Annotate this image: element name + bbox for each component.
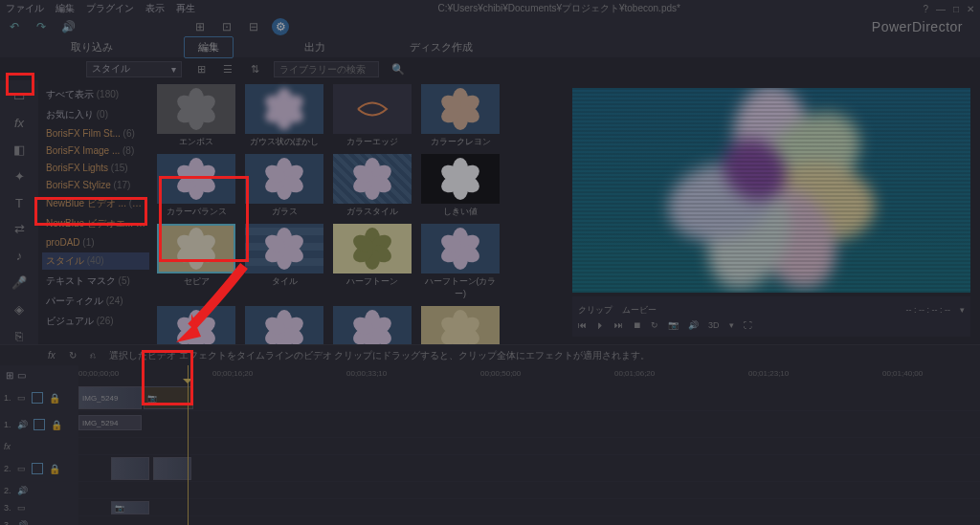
cat-particle[interactable]: パーティクル (24) bbox=[42, 293, 149, 310]
help-icon[interactable]: ? bbox=[923, 4, 928, 14]
undo-icon[interactable]: ↶ bbox=[6, 18, 23, 35]
effect-thumb[interactable]: ガウス状のぼかし bbox=[245, 84, 323, 148]
menu-file[interactable]: ファイル bbox=[6, 2, 44, 15]
timeline-clip[interactable]: IMG_5249 bbox=[78, 386, 142, 409]
track-header[interactable]: 2.🔊 bbox=[0, 482, 78, 499]
track-visible-toggle[interactable] bbox=[32, 463, 43, 474]
fx-icon[interactable]: fx bbox=[9, 115, 30, 132]
playhead[interactable] bbox=[188, 365, 189, 525]
track-header[interactable]: 1.🔊🔒 bbox=[0, 411, 78, 438]
effect-thumb[interactable] bbox=[421, 306, 500, 344]
effect-thumb[interactable] bbox=[333, 306, 412, 344]
effect-thumb[interactable]: しきい値 bbox=[421, 154, 500, 218]
tool-icon-2[interactable]: ⊡ bbox=[218, 18, 235, 35]
close-icon[interactable]: ✕ bbox=[967, 4, 974, 14]
lock-icon[interactable]: 🔒 bbox=[51, 420, 60, 430]
title-icon[interactable]: T bbox=[9, 194, 30, 211]
track-header[interactable]: 1.▭🔒 bbox=[0, 384, 78, 411]
effect-thumb[interactable] bbox=[245, 306, 323, 344]
timeline-clip[interactable]: IMG_5294 bbox=[78, 415, 142, 430]
volume-icon[interactable]: 🔊 bbox=[59, 18, 77, 35]
chapter-icon[interactable]: ◈ bbox=[9, 300, 30, 317]
list-view-icon[interactable]: ☰ bbox=[220, 61, 235, 77]
sound-icon[interactable]: 🔊 bbox=[688, 320, 699, 330]
timeline-clip[interactable] bbox=[111, 457, 149, 480]
effect-thumb[interactable]: ハーフトーン(カラー) bbox=[421, 224, 500, 300]
track-area[interactable]: 00;00;00;00 00;00;16;20 00;00;33;10 00;0… bbox=[78, 365, 980, 525]
menu-edit[interactable]: 編集 bbox=[56, 2, 75, 15]
timeline-view-icon[interactable]: ⊞ bbox=[6, 370, 13, 381]
maximize-icon[interactable]: □ bbox=[953, 4, 959, 14]
tab-edit[interactable]: 編集 bbox=[184, 36, 234, 58]
cat-boris-film[interactable]: BorisFX Film St... (6) bbox=[42, 126, 149, 141]
track-visible-toggle[interactable] bbox=[33, 419, 45, 430]
preview-screen[interactable] bbox=[572, 88, 970, 293]
effect-thumb[interactable]: ガラス bbox=[245, 154, 323, 218]
chevron-down-icon[interactable]: ▾ bbox=[729, 320, 734, 330]
timeline-clip[interactable]: 📷 bbox=[111, 501, 149, 514]
movie-label[interactable]: ムービー bbox=[622, 304, 657, 317]
cat-boris-lights[interactable]: BorisFX Lights (15) bbox=[42, 161, 149, 175]
timeline-clip[interactable]: 📷 bbox=[144, 386, 193, 409]
tab-output[interactable]: 出力 bbox=[291, 37, 339, 57]
category-combo[interactable]: スタイル▾ bbox=[86, 61, 182, 77]
effect-thumb-sepia[interactable]: セピア bbox=[157, 224, 235, 300]
effect-thumb[interactable]: エンボス bbox=[157, 84, 235, 148]
grid-view-icon[interactable]: ⊞ bbox=[193, 61, 209, 77]
effect-thumb[interactable]: ガラスタイル bbox=[333, 154, 412, 218]
audio-icon[interactable]: ♪ bbox=[9, 248, 30, 265]
cat-textmask[interactable]: テキスト マスク (5) bbox=[42, 273, 149, 290]
timeline-clip[interactable] bbox=[153, 457, 191, 480]
tool-icon[interactable]: ⊞ bbox=[191, 18, 209, 35]
media-icon[interactable]: ▭ bbox=[9, 88, 30, 105]
clip-label[interactable]: クリップ bbox=[578, 304, 612, 317]
3d-label[interactable]: 3D bbox=[708, 320, 720, 330]
cat-visual[interactable]: ビジュアル (26) bbox=[42, 313, 149, 330]
tab-import[interactable]: 取り込み bbox=[57, 37, 126, 57]
cat-boris-image[interactable]: BorisFX Image ... (8) bbox=[42, 143, 149, 158]
library-search-input[interactable] bbox=[274, 61, 379, 77]
track-visible-toggle[interactable] bbox=[32, 392, 43, 404]
effect-thumb[interactable]: カラーエッジ bbox=[333, 84, 412, 148]
timeline-view-icon[interactable]: ▭ bbox=[17, 370, 26, 381]
cat-style[interactable]: スタイル (40) bbox=[42, 252, 149, 270]
tool-icon-3[interactable]: ⊟ bbox=[245, 18, 262, 35]
effect-thumb[interactable]: カラーバランス bbox=[157, 154, 235, 218]
lock-icon[interactable]: 🔒 bbox=[49, 464, 58, 474]
cat-boris-stylize[interactable]: BorisFX Stylize (17) bbox=[42, 178, 149, 192]
settings-icon[interactable]: ⚙ bbox=[272, 18, 289, 35]
menu-plugin[interactable]: プラグイン bbox=[86, 2, 134, 15]
cat-prodad[interactable]: proDAD (1) bbox=[42, 235, 149, 250]
redo-icon[interactable]: ↷ bbox=[33, 18, 50, 35]
effect-thumb[interactable] bbox=[157, 306, 235, 344]
track-header[interactable]: 2.▭🔒 bbox=[0, 455, 78, 482]
cat-all[interactable]: すべて表示 (180) bbox=[42, 86, 149, 103]
menu-play[interactable]: 再生 bbox=[176, 2, 195, 15]
menu-view[interactable]: 表示 bbox=[145, 2, 165, 15]
chevron-down-icon[interactable]: ▾ bbox=[960, 305, 965, 315]
time-ruler[interactable]: 00;00;00;00 00;00;16;20 00;00;33;10 00;0… bbox=[78, 365, 980, 384]
prev-icon[interactable]: ⏮ bbox=[578, 320, 587, 330]
cat-newblue-2[interactable]: NewBlue ビデオエ... (10) bbox=[42, 215, 149, 232]
next-icon[interactable]: ⏭ bbox=[614, 320, 623, 330]
sort-icon[interactable]: ⇅ bbox=[247, 61, 262, 77]
lock-icon[interactable]: 🔒 bbox=[49, 393, 58, 404]
snapshot-icon[interactable]: 📷 bbox=[668, 320, 679, 330]
tab-disc[interactable]: ディスク作成 bbox=[396, 37, 486, 57]
voice-icon[interactable]: 🎤 bbox=[9, 274, 30, 292]
particle-icon[interactable]: ✦ bbox=[9, 167, 30, 185]
fullscreen-icon[interactable]: ⛶ bbox=[744, 320, 752, 330]
cat-fav[interactable]: お気に入り (0) bbox=[42, 106, 149, 123]
loop-icon[interactable]: ↻ bbox=[651, 320, 658, 330]
minimize-icon[interactable]: — bbox=[936, 4, 946, 14]
effect-thumb[interactable]: ハーフトーン bbox=[333, 224, 412, 300]
effect-thumb[interactable]: タイル bbox=[245, 224, 323, 300]
pip-icon[interactable]: ◧ bbox=[9, 142, 30, 159]
cat-newblue-1[interactable]: NewBlue ビデオ ... (10) bbox=[42, 195, 149, 212]
subtitle-icon[interactable]: ⎘ bbox=[9, 327, 30, 344]
search-icon[interactable]: 🔍 bbox=[390, 61, 406, 77]
track-header[interactable]: 3.▭ bbox=[0, 499, 78, 516]
track-header[interactable]: 3.🔊 bbox=[0, 516, 78, 525]
stop-icon[interactable]: ⏹ bbox=[633, 320, 641, 330]
effect-thumb[interactable]: カラークレヨン bbox=[421, 84, 500, 148]
